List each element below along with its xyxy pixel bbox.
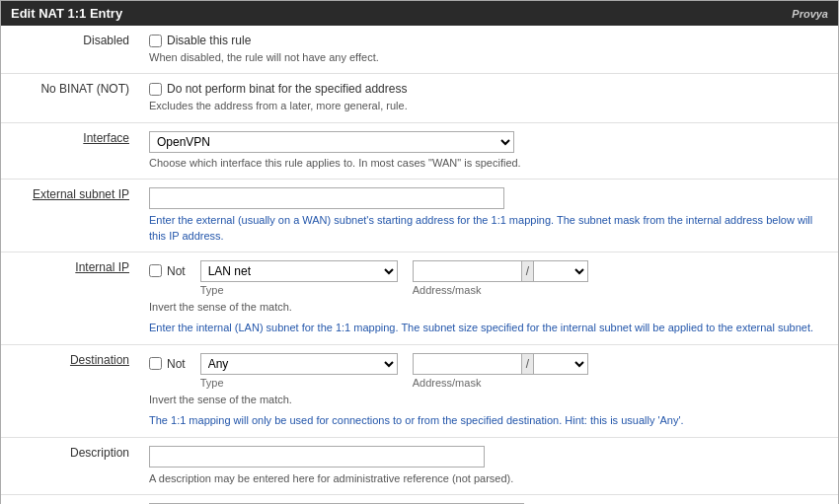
main-window: Edit NAT 1:1 Entry Provya Disabled Disab… <box>0 0 839 504</box>
internal-not-label: Not <box>167 264 186 278</box>
description-input[interactable] <box>149 446 485 468</box>
external-subnet-row: External subnet IP 192.168.100.0 Enter t… <box>1 180 838 252</box>
no-binat-checkbox[interactable] <box>149 83 162 96</box>
interface-content: OpenVPN WAN LAN OPT1 Choose which interf… <box>139 122 838 179</box>
internal-mask-select[interactable] <box>534 260 588 282</box>
destination-not-label: Not <box>167 357 186 371</box>
external-subnet-label-cell: External subnet IP <box>1 180 139 252</box>
interface-label[interactable]: Interface <box>83 131 129 145</box>
title-bar: Edit NAT 1:1 Entry Provya <box>1 1 838 26</box>
disabled-row: Disabled Disable this rule When disabled… <box>1 26 838 74</box>
disabled-help: When disabled, the rule will not have an… <box>149 50 828 65</box>
no-binat-row: No BINAT (NOT) Do not perform binat for … <box>1 74 838 122</box>
external-subnet-content: 192.168.100.0 Enter the external (usuall… <box>139 180 838 252</box>
destination-addr-mask-label: Address/mask <box>413 377 588 389</box>
description-label: Description <box>70 446 129 460</box>
destination-content: Not Any LAN net Single host Network Type <box>139 344 838 437</box>
destination-help: The 1:1 mapping will only be used for co… <box>149 413 828 428</box>
interface-row: Interface OpenVPN WAN LAN OPT1 Choose wh… <box>1 122 838 179</box>
internal-type-label: Type <box>200 284 398 296</box>
internal-not-group: Not <box>149 260 186 278</box>
window-title: Edit NAT 1:1 Entry <box>11 6 122 21</box>
destination-addr-mask-inline: / <box>413 353 588 375</box>
destination-not-group: Not <box>149 353 186 371</box>
destination-addr-mask-group: / Address/mask <box>413 353 588 389</box>
destination-controls: Not Any LAN net Single host Network Type <box>149 353 828 389</box>
disabled-checkbox-label: Disable this rule <box>167 34 251 47</box>
description-row: Description A description may be entered… <box>1 437 838 494</box>
destination-slash: / <box>521 353 534 375</box>
description-help: A description may be entered here for ad… <box>149 471 828 486</box>
interface-help: Choose which interface this rule applies… <box>149 156 828 171</box>
external-subnet-label[interactable]: External subnet IP <box>33 187 129 201</box>
external-subnet-help: Enter the external (usually on a WAN) su… <box>149 213 828 244</box>
no-binat-label: No BINAT (NOT) <box>40 82 129 96</box>
internal-type-select[interactable]: LAN net Any Single host Network <box>200 260 398 282</box>
disabled-check-group: Disable this rule <box>149 34 828 47</box>
header-logo: Provya <box>792 8 828 20</box>
destination-label-cell: Destination <box>1 344 139 437</box>
destination-type-group: Any LAN net Single host Network Type <box>200 353 398 389</box>
no-binat-label-cell: No BINAT (NOT) <box>1 74 139 122</box>
no-binat-content: Do not perform binat for the specified a… <box>139 74 838 122</box>
interface-select[interactable]: OpenVPN WAN LAN OPT1 <box>149 131 514 153</box>
disabled-label: Disabled <box>83 34 129 47</box>
no-binat-checkbox-label: Do not perform binat for the specified a… <box>167 82 407 96</box>
description-content: A description may be entered here for ad… <box>139 437 838 494</box>
internal-ip-content: Not LAN net Any Single host Network Type <box>139 252 838 344</box>
internal-invert-text: Invert the sense of the match. <box>149 301 292 313</box>
destination-row: Destination Not Any LAN net Single host … <box>1 344 838 437</box>
external-subnet-input[interactable]: 192.168.100.0 <box>149 187 504 209</box>
internal-addr-mask-label: Address/mask <box>413 284 588 296</box>
internal-type-group: LAN net Any Single host Network Type <box>200 260 398 296</box>
disabled-label-cell: Disabled <box>1 26 139 74</box>
internal-not-checkbox[interactable] <box>149 264 162 277</box>
internal-ip-help: Enter the internal (LAN) subnet for the … <box>149 321 828 335</box>
interface-label-cell: Interface <box>1 122 139 179</box>
disabled-content: Disable this rule When disabled, the rul… <box>139 26 838 74</box>
form-table: Disabled Disable this rule When disabled… <box>1 26 838 504</box>
destination-label[interactable]: Destination <box>70 353 129 367</box>
nat-reflection-label-cell: NAT reflection <box>1 494 139 504</box>
destination-not-checkbox[interactable] <box>149 357 162 370</box>
internal-ip-row: Internal IP Not LAN net Any Single host … <box>1 252 838 344</box>
internal-addr-mask-group: / Address/mask <box>413 260 588 296</box>
internal-address-input[interactable] <box>413 260 521 282</box>
internal-ip-label[interactable]: Internal IP <box>75 260 129 274</box>
nat-reflection-row: NAT reflection Use system default Enable… <box>1 494 838 504</box>
no-binat-check-group: Do not perform binat for the specified a… <box>149 82 828 96</box>
destination-invert-text: Invert the sense of the match. <box>149 393 828 407</box>
internal-ip-label-cell: Internal IP <box>1 252 139 344</box>
internal-slash: / <box>521 260 534 282</box>
nat-reflection-content: Use system default Enable Disable Provya <box>139 495 838 504</box>
internal-addr-mask-inline: / <box>413 260 588 282</box>
destination-mask-select[interactable] <box>534 353 588 375</box>
destination-type-select[interactable]: Any LAN net Single host Network <box>200 353 398 375</box>
destination-address-input[interactable] <box>413 353 521 375</box>
disabled-checkbox[interactable] <box>149 35 162 47</box>
description-label-cell: Description <box>1 437 139 494</box>
no-binat-help: Excludes the address from a later, more … <box>149 99 828 113</box>
destination-type-label: Type <box>200 377 398 389</box>
internal-ip-controls: Not LAN net Any Single host Network Type <box>149 260 828 296</box>
